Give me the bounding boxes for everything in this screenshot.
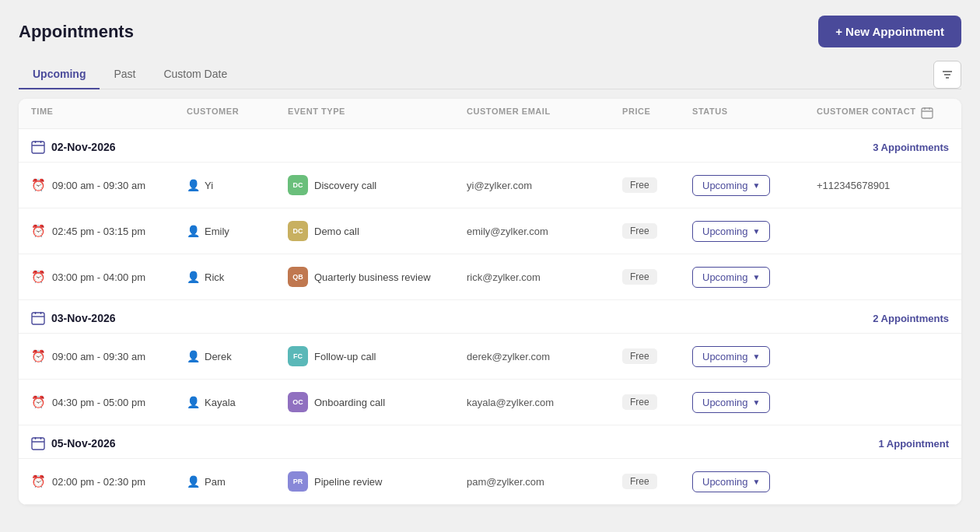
calendar-icon bbox=[31, 436, 45, 450]
col-header-time: TIME bbox=[31, 107, 187, 121]
row-calendar-button[interactable] bbox=[921, 219, 944, 243]
svg-rect-11 bbox=[32, 313, 44, 324]
event-badge: DC bbox=[288, 175, 308, 195]
event-type-name: Follow-up call bbox=[314, 351, 376, 362]
customer-name: Pam bbox=[205, 476, 226, 488]
price-badge: Free bbox=[622, 474, 657, 489]
event-type-cell: PR Pipeline review bbox=[288, 471, 467, 492]
event-badge: DC bbox=[288, 221, 308, 241]
customer-name: Kayala bbox=[205, 397, 236, 408]
price-badge: Free bbox=[622, 177, 657, 193]
status-dropdown[interactable]: Upcoming ▼ bbox=[692, 392, 770, 413]
svg-rect-15 bbox=[32, 438, 44, 450]
status-dropdown[interactable]: Upcoming ▼ bbox=[692, 346, 770, 367]
chevron-down-icon: ▼ bbox=[753, 478, 761, 486]
status-cell: Upcoming ▼ bbox=[692, 175, 817, 196]
row-calendar-button[interactable] bbox=[921, 390, 944, 414]
filter-button[interactable] bbox=[933, 61, 961, 89]
customer-cell: 👤 Emily bbox=[187, 225, 288, 237]
price-cell: Free bbox=[622, 269, 692, 285]
chevron-down-icon: ▼ bbox=[753, 352, 761, 361]
status-label: Upcoming bbox=[702, 226, 748, 237]
table-row: ⏰ 02:45 pm - 03:15 pm 👤 Emily DC Demo ca… bbox=[19, 208, 961, 254]
col-header-price: PRICE bbox=[622, 107, 692, 121]
table-row: ⏰ 02:00 pm - 02:30 pm 👤 Pam PR Pipeline … bbox=[19, 459, 961, 505]
status-label: Upcoming bbox=[702, 271, 748, 283]
status-dropdown[interactable]: Upcoming ▼ bbox=[692, 267, 770, 288]
filter-icon bbox=[941, 68, 954, 81]
status-cell: Upcoming ▼ bbox=[692, 471, 817, 492]
event-type-name: Pipeline review bbox=[314, 476, 382, 488]
price-cell: Free bbox=[622, 177, 692, 193]
person-icon: 👤 bbox=[187, 225, 200, 237]
customer-cell: 👤 Yi bbox=[187, 179, 288, 191]
appt-count-02-nov: 3 Appointments bbox=[873, 142, 949, 153]
time-cell: ⏰ 04:30 pm - 05:00 pm bbox=[31, 395, 187, 409]
tab-past[interactable]: Past bbox=[100, 60, 149, 89]
price-cell: Free bbox=[622, 348, 692, 364]
status-cell: Upcoming ▼ bbox=[692, 346, 817, 367]
customer-name: Emily bbox=[205, 226, 229, 237]
clock-icon: ⏰ bbox=[31, 178, 46, 192]
price-cell: Free bbox=[622, 474, 692, 489]
calendar-icon bbox=[31, 311, 45, 325]
chevron-down-icon: ▼ bbox=[753, 181, 761, 190]
price-badge: Free bbox=[622, 348, 657, 364]
customer-name: Derek bbox=[205, 351, 232, 362]
time-value: 09:00 am - 09:30 am bbox=[52, 180, 145, 191]
status-dropdown[interactable]: Upcoming ▼ bbox=[692, 221, 770, 242]
email-cell: rick@zylker.com bbox=[467, 271, 622, 283]
page-container: Appointments + New Appointment Upcoming … bbox=[0, 0, 980, 532]
time-cell: ⏰ 09:00 am - 09:30 am bbox=[31, 178, 187, 192]
time-cell: ⏰ 03:00 pm - 04:00 pm bbox=[31, 270, 187, 284]
status-label: Upcoming bbox=[702, 351, 748, 362]
chevron-down-icon: ▼ bbox=[753, 398, 761, 407]
event-type-cell: FC Follow-up call bbox=[288, 346, 467, 366]
event-badge: OC bbox=[288, 392, 308, 412]
event-badge: QB bbox=[288, 267, 308, 287]
time-cell: ⏰ 09:00 am - 09:30 am bbox=[31, 349, 187, 363]
chevron-down-icon: ▼ bbox=[753, 273, 761, 282]
time-value: 03:00 pm - 04:00 pm bbox=[52, 271, 145, 283]
new-appointment-button[interactable]: + New Appointment bbox=[818, 16, 961, 47]
status-cell: Upcoming ▼ bbox=[692, 221, 817, 242]
tab-custom-date[interactable]: Custom Date bbox=[149, 60, 241, 89]
email-cell: derek@zylker.com bbox=[467, 351, 622, 362]
time-cell: ⏰ 02:00 pm - 02:30 pm bbox=[31, 474, 187, 488]
time-value: 02:00 pm - 02:30 pm bbox=[52, 476, 145, 488]
customer-cell: 👤 Kayala bbox=[187, 396, 288, 408]
status-label: Upcoming bbox=[702, 397, 748, 408]
row-calendar-button[interactable] bbox=[921, 173, 944, 197]
row-calendar-button[interactable] bbox=[921, 265, 944, 289]
col-header-event-type: EVENT TYPE bbox=[288, 107, 467, 121]
person-icon: 👤 bbox=[187, 475, 200, 488]
event-type-cell: DC Discovery call bbox=[288, 175, 467, 195]
date-group-05-nov: 05-Nov-2026 1 Appointment bbox=[19, 425, 961, 459]
person-icon: 👤 bbox=[187, 350, 200, 362]
price-badge: Free bbox=[622, 394, 657, 410]
chevron-down-icon: ▼ bbox=[753, 227, 761, 236]
page-title: Appointments bbox=[19, 22, 134, 42]
event-type-name: Quarterly business review bbox=[314, 271, 431, 283]
customer-cell: 👤 Derek bbox=[187, 350, 288, 362]
row-calendar-button[interactable] bbox=[921, 470, 944, 493]
calendar-icon bbox=[31, 140, 45, 154]
customer-name: Rick bbox=[205, 271, 224, 283]
table-row: ⏰ 09:00 am - 09:30 am 👤 Derek FC Follow-… bbox=[19, 334, 961, 380]
status-dropdown[interactable]: Upcoming ▼ bbox=[692, 471, 770, 492]
price-badge: Free bbox=[622, 269, 657, 285]
clock-icon: ⏰ bbox=[31, 474, 46, 488]
time-value: 09:00 am - 09:30 am bbox=[52, 351, 145, 362]
status-dropdown[interactable]: Upcoming ▼ bbox=[692, 175, 770, 196]
row-calendar-button[interactable] bbox=[921, 345, 944, 368]
col-header-customer-contact: CUSTOMER CONTACT bbox=[817, 107, 921, 121]
status-cell: Upcoming ▼ bbox=[692, 392, 817, 413]
tab-upcoming[interactable]: Upcoming bbox=[19, 60, 100, 89]
svg-rect-3 bbox=[922, 108, 933, 118]
time-value: 02:45 pm - 03:15 pm bbox=[52, 226, 145, 237]
time-value: 04:30 pm - 05:00 pm bbox=[52, 397, 145, 408]
date-label-02-nov: 02-Nov-2026 bbox=[31, 140, 116, 154]
email-cell: emily@zylker.com bbox=[467, 226, 622, 237]
table-row: ⏰ 03:00 pm - 04:00 pm 👤 Rick QB Quarterl… bbox=[19, 254, 961, 300]
customer-name: Yi bbox=[205, 180, 213, 191]
